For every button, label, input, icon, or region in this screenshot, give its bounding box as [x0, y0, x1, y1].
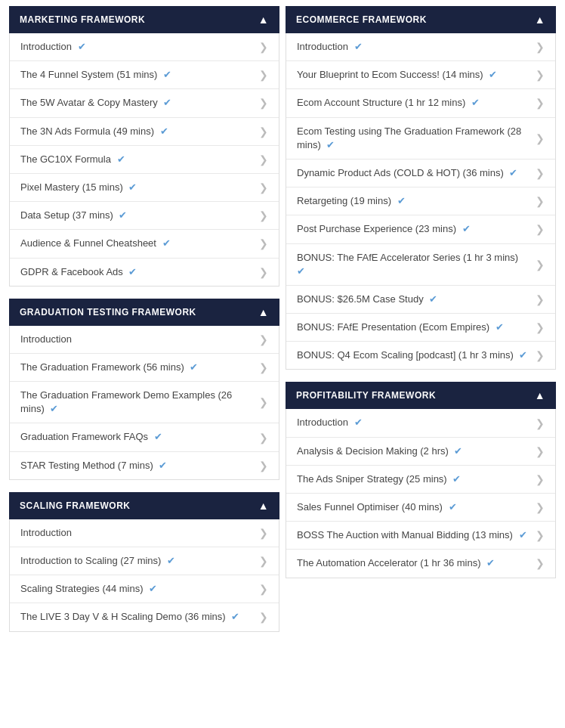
- item-label: The GC10X Formula ✔: [20, 153, 253, 166]
- list-item[interactable]: Introduction ✔❯: [10, 33, 279, 61]
- check-icon: ✔: [75, 41, 86, 52]
- item-label: Dynamic Product Ads (COLD & HOT) (36 min…: [297, 166, 529, 180]
- item-label: STAR Testing Method (7 mins) ✔: [20, 459, 253, 472]
- list-item[interactable]: The 5W Avatar & Copy Mastery ✔❯: [10, 89, 279, 117]
- list-item[interactable]: Audience & Funnel Cheatsheet ✔❯: [10, 230, 279, 258]
- list-item[interactable]: Graduation Framework FAQs ✔❯: [10, 423, 279, 451]
- check-icon: ✔: [116, 209, 128, 221]
- chevron-up-icon: ▲: [258, 500, 269, 512]
- check-icon: ✔: [126, 181, 137, 193]
- list-item[interactable]: BONUS: Q4 Ecom Scaling [podcast] (1 hr 3…: [286, 342, 555, 369]
- item-label: Scaling Strategies (44 mins) ✔: [20, 582, 253, 596]
- section-title-text: MARKETING FRAMEWORK: [20, 14, 145, 25]
- list-item[interactable]: The LIVE 3 Day V & H Scaling Demo (36 mi…: [10, 603, 279, 630]
- section-header-graduation-testing-framework: GRADUATION TESTING FRAMEWORK▲: [9, 299, 279, 326]
- chevron-right-icon: ❯: [259, 555, 268, 567]
- item-label: Retargeting (19 mins) ✔: [297, 194, 529, 208]
- chevron-right-icon: ❯: [259, 69, 268, 81]
- item-label: Introduction ✔: [297, 416, 529, 429]
- chevron-up-icon: ▲: [258, 14, 269, 26]
- section-title-text: PROFITABILITY FRAMEWORK: [296, 390, 436, 401]
- chevron-right-icon: ❯: [536, 417, 545, 429]
- section-items-marketing-framework: Introduction ✔❯The 4 Funnel System (51 m…: [9, 33, 279, 287]
- column-1: ECOMMERCE FRAMEWORK▲Introduction ✔❯Your …: [282, 6, 559, 644]
- section-title-profitability-framework[interactable]: PROFITABILITY FRAMEWORK▲: [286, 382, 556, 409]
- list-item[interactable]: Introduction ✔❯: [286, 33, 555, 61]
- check-icon: ✔: [507, 167, 518, 178]
- check-icon: ✔: [446, 501, 457, 513]
- list-item[interactable]: Data Setup (37 mins) ✔❯: [10, 202, 279, 230]
- check-icon: ✔: [459, 223, 471, 234]
- list-item[interactable]: The 3N Ads Formula (49 mins) ✔❯: [10, 118, 279, 146]
- chevron-right-icon: ❯: [259, 237, 268, 249]
- item-label: Sales Funnel Optimiser (40 mins) ✔: [297, 500, 529, 514]
- chevron-right-icon: ❯: [259, 209, 268, 221]
- check-icon: ✔: [147, 583, 158, 594]
- check-icon: ✔: [48, 403, 59, 414]
- list-item[interactable]: Scaling Strategies (44 mins) ✔❯: [10, 575, 279, 603]
- chevron-right-icon: ❯: [259, 41, 268, 53]
- item-label: Your Blueprint to Ecom Success! (14 mins…: [297, 68, 529, 82]
- list-item[interactable]: BONUS: $26.5M Case Study ✔❯: [286, 286, 555, 314]
- list-item[interactable]: BONUS: The FAfE Accelerator Series (1 hr…: [286, 244, 555, 286]
- check-icon: ✔: [229, 611, 240, 622]
- list-item[interactable]: Introduction❯: [10, 519, 279, 547]
- list-item[interactable]: Pixel Mastery (15 mins) ✔❯: [10, 174, 279, 202]
- chevron-right-icon: ❯: [536, 195, 545, 207]
- section-title-ecommerce-framework[interactable]: ECOMMERCE FRAMEWORK▲: [286, 6, 556, 33]
- section-title-scaling-framework[interactable]: SCALING FRAMEWORK▲: [9, 492, 279, 519]
- chevron-right-icon: ❯: [259, 460, 268, 472]
- chevron-right-icon: ❯: [259, 97, 268, 109]
- list-item[interactable]: The Ads Sniper Strategy (25 mins) ✔❯: [286, 466, 555, 494]
- chevron-right-icon: ❯: [259, 181, 268, 194]
- chevron-right-icon: ❯: [536, 473, 545, 485]
- chevron-up-icon: ▲: [535, 14, 545, 26]
- list-item[interactable]: STAR Testing Method (7 mins) ✔❯: [10, 452, 279, 479]
- item-label: The Graduation Framework (56 mins) ✔: [20, 361, 253, 374]
- section-title-graduation-testing-framework[interactable]: GRADUATION TESTING FRAMEWORK▲: [9, 299, 279, 326]
- chevron-right-icon: ❯: [536, 293, 545, 305]
- check-icon: ✔: [159, 237, 171, 249]
- page-wrapper: MARKETING FRAMEWORK▲Introduction ✔❯The 4…: [0, 0, 565, 650]
- list-item[interactable]: Introduction to Scaling (27 mins) ✔❯: [10, 547, 279, 575]
- chevron-right-icon: ❯: [259, 266, 268, 278]
- list-item[interactable]: GDPR & Facebook Ads ✔❯: [10, 259, 279, 286]
- section-title-marketing-framework[interactable]: MARKETING FRAMEWORK▲: [9, 6, 279, 33]
- list-item[interactable]: BONUS: FAfE Presentation (Ecom Empires) …: [286, 314, 555, 342]
- list-item[interactable]: The 4 Funnel System (51 mins) ✔❯: [10, 61, 279, 89]
- chevron-right-icon: ❯: [536, 132, 545, 144]
- list-item[interactable]: Sales Funnel Optimiser (40 mins) ✔❯: [286, 494, 555, 522]
- chevron-right-icon: ❯: [536, 349, 545, 361]
- item-label: Post Purchase Experience (23 mins) ✔: [297, 222, 529, 236]
- list-item[interactable]: Introduction ✔❯: [286, 409, 555, 437]
- chevron-right-icon: ❯: [536, 167, 545, 179]
- list-item[interactable]: Post Purchase Experience (23 mins) ✔❯: [286, 215, 555, 243]
- list-item[interactable]: Your Blueprint to Ecom Success! (14 mins…: [286, 61, 555, 89]
- check-icon: ✔: [160, 69, 171, 80]
- check-icon: ✔: [156, 460, 168, 471]
- list-item[interactable]: Retargeting (19 mins) ✔❯: [286, 187, 555, 215]
- list-item[interactable]: Introduction❯: [10, 326, 279, 354]
- list-item[interactable]: The Graduation Framework Demo Examples (…: [10, 382, 279, 423]
- check-icon: ✔: [324, 139, 335, 150]
- chevron-right-icon: ❯: [259, 361, 268, 373]
- list-item[interactable]: The Automation Accelerator (1 hr 36 mins…: [286, 550, 555, 577]
- list-item[interactable]: The Graduation Framework (56 mins) ✔❯: [10, 354, 279, 382]
- list-item[interactable]: Analysis & Decision Making (2 hrs) ✔❯: [286, 438, 555, 466]
- chevron-right-icon: ❯: [536, 97, 545, 109]
- list-item[interactable]: The GC10X Formula ✔❯: [10, 146, 279, 174]
- list-item[interactable]: Ecom Testing using The Graduation Framew…: [286, 118, 555, 160]
- check-icon: ✔: [126, 266, 137, 277]
- chevron-right-icon: ❯: [536, 445, 545, 457]
- check-icon: ✔: [351, 41, 363, 52]
- list-item[interactable]: Ecom Account Structure (1 hr 12 mins) ✔❯: [286, 89, 555, 117]
- list-item[interactable]: Dynamic Product Ads (COLD & HOT) (36 min…: [286, 160, 555, 187]
- list-item[interactable]: BOSS The Auction with Manual Bidding (13…: [286, 522, 555, 550]
- chevron-right-icon: ❯: [536, 557, 545, 569]
- item-label: BOSS The Auction with Manual Bidding (13…: [297, 528, 529, 542]
- item-label: The LIVE 3 Day V & H Scaling Demo (36 mi…: [20, 610, 253, 624]
- item-label: Analysis & Decision Making (2 hrs) ✔: [297, 445, 529, 458]
- item-label: BONUS: FAfE Presentation (Ecom Empires) …: [297, 321, 529, 334]
- chevron-right-icon: ❯: [536, 69, 545, 81]
- check-icon: ✔: [450, 473, 462, 485]
